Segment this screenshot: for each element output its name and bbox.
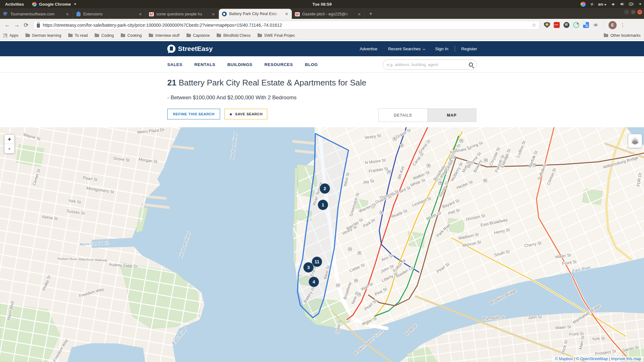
forward-button[interactable]: → <box>12 22 21 28</box>
folder-icon <box>149 34 153 37</box>
browser-tab[interactable]: MGazelle pitch - ego225@n✕ <box>292 9 365 19</box>
keyboard-layout[interactable]: en <box>598 2 607 7</box>
padlock-icon[interactable] <box>37 24 40 28</box>
apps-icon <box>3 34 7 37</box>
nav-link-sales[interactable]: SALES <box>167 62 182 67</box>
window-controls: – ▢ ✕ <box>624 10 642 14</box>
save-search-button[interactable]: ★ SAVE SEARCH <box>224 109 267 119</box>
tab-close-icon[interactable]: ✕ <box>284 12 289 16</box>
nav-link-buildings[interactable]: BUILDINGS <box>227 62 253 67</box>
battery-icon[interactable] <box>629 2 634 6</box>
tab-close-icon[interactable]: ✕ <box>65 12 70 17</box>
browser-toolbar: ← → ⟳ https://streeteasy.com/for-sale/ba… <box>0 19 644 31</box>
bookmark-item[interactable]: SWE Final Projec <box>254 33 298 38</box>
other-bookmarks[interactable]: Other bookmarks <box>600 33 644 38</box>
header-link-sign-in[interactable]: Sign In <box>435 47 448 51</box>
app-menu-label: Google Chrome <box>39 2 71 7</box>
header-link-advertise[interactable]: Advertise <box>360 47 377 51</box>
minimize-button[interactable]: – <box>624 10 629 14</box>
translate-extension-icon[interactable] <box>583 22 589 28</box>
bookmark-item[interactable]: Cooking <box>117 33 145 38</box>
map-toggle-button[interactable]: MAP <box>427 109 476 122</box>
attribution-link[interactable]: © Mapbox <box>555 357 573 361</box>
browser-tab[interactable]: Battery Park City Real Esta✕ <box>219 9 292 19</box>
address-bar[interactable]: https://streeteasy.com/for-sale/battery-… <box>33 21 540 30</box>
folder-icon <box>25 34 30 37</box>
map-pin-3[interactable]: 3 <box>303 262 314 273</box>
street-label: York St <box>591 336 605 342</box>
attribution-link[interactable]: © OpenStreetMap <box>576 357 608 361</box>
bookmark-item[interactable]: Coding <box>91 33 117 38</box>
nav-link-blog[interactable]: BLOG <box>305 62 318 67</box>
subway-station-icon <box>460 139 463 142</box>
header-link-register[interactable]: Register <box>461 47 477 51</box>
chrome-tray-icon[interactable] <box>580 2 586 7</box>
bookmark-item[interactable]: Capstone <box>183 33 214 38</box>
site-search-input[interactable] <box>387 62 469 67</box>
map-pin-1[interactable]: 1 <box>318 200 328 210</box>
os-clock[interactable]: Tue 08:59 <box>312 2 331 7</box>
wayback-extension-icon[interactable] <box>564 22 569 28</box>
lastpass-extension-icon[interactable] <box>554 22 560 28</box>
bookmark-item[interactable]: To read <box>65 33 92 38</box>
url-text[interactable]: https://streeteasy.com/for-sale/battery-… <box>43 23 529 28</box>
folder-icon <box>186 34 191 37</box>
bookmark-label: Blindfold Chess <box>223 33 251 38</box>
site-header: StreetEasy AdvertiseRecent SearchesSign … <box>0 41 644 56</box>
radar-extension-icon[interactable] <box>573 22 579 28</box>
back-button[interactable]: ← <box>3 22 12 28</box>
react-extension-icon[interactable] <box>593 22 599 28</box>
indicator-icon[interactable] <box>589 2 595 7</box>
maximize-button[interactable]: ▢ <box>631 10 636 14</box>
profile-avatar[interactable]: E <box>608 21 617 29</box>
page-subtitle: - Between $100,000 And $2,000,000 With 2… <box>167 95 477 101</box>
browser-tab[interactable]: Msome questions people ha✕ <box>146 9 219 19</box>
close-button[interactable]: ✕ <box>637 10 642 14</box>
bookmark-star-icon[interactable]: ☆ <box>532 22 536 28</box>
shield-extension-icon[interactable] <box>544 22 550 28</box>
zoom-out-button[interactable]: - <box>4 144 14 153</box>
bookmark-item[interactable]: Interview stuff <box>145 33 183 38</box>
details-toggle-button[interactable]: DETAILS <box>379 109 427 122</box>
map-canvas[interactable]: Metro Plaza DrWayne StGrove StMorgan StC… <box>0 127 644 362</box>
map-pin-4[interactable]: 4 <box>309 277 319 287</box>
tab-close-icon[interactable]: ✕ <box>211 12 216 17</box>
nav-link-rentals[interactable]: RENTALS <box>194 62 215 67</box>
tab-close-icon[interactable]: ✕ <box>138 12 143 17</box>
attribution-separator: | <box>608 357 611 361</box>
results-header: 21 Battery Park City Real Estate & Apart… <box>167 78 477 101</box>
tab-title: Tournamentsoftware.com <box>10 12 63 16</box>
streeteasy-logo[interactable]: StreetEasy <box>167 45 213 53</box>
app-menu[interactable]: Google Chrome <box>29 2 80 7</box>
bookmark-item[interactable]: Blindfold Chess <box>213 33 254 38</box>
attribution-link[interactable]: Improve this map <box>611 357 641 361</box>
refine-search-button[interactable]: REFINE THIS SEARCH <box>167 109 220 119</box>
map-pin-2[interactable]: 2 <box>320 184 330 194</box>
tab-title: some questions people ha <box>156 12 208 16</box>
bookmark-item[interactable]: Apps <box>0 33 22 38</box>
svg-text:2: 2 <box>324 186 326 191</box>
tray-chevron-icon[interactable] <box>639 3 641 5</box>
tab-close-icon[interactable]: ✕ <box>357 12 362 17</box>
reload-button[interactable]: ⟳ <box>21 22 31 29</box>
header-link-recent-searches[interactable]: Recent Searches <box>388 47 425 51</box>
site-search[interactable] <box>383 59 477 70</box>
page-title: 21 Battery Park City Real Estate & Apart… <box>167 78 477 88</box>
nav-link-resources[interactable]: RESOURCES <box>264 62 293 67</box>
browser-tab[interactable]: Tournamentsoftware.com✕ <box>0 9 73 19</box>
star-icon: ★ <box>229 112 233 117</box>
browser-tab[interactable]: Extensions✕ <box>73 9 146 19</box>
activities-button[interactable]: Activities <box>0 2 29 7</box>
bookmark-item[interactable]: German learning <box>22 33 65 38</box>
bookmark-label: Apps <box>9 33 19 38</box>
header-links: AdvertiseRecent SearchesSign InRegister <box>360 46 477 52</box>
wifi-icon[interactable] <box>611 2 616 6</box>
bookmark-label: Cooking <box>127 33 142 38</box>
browser-menu-icon[interactable]: ⋮ <box>620 24 625 26</box>
screen: Activities Google Chrome Tue 08:59 en To… <box>0 0 644 362</box>
new-tab-button[interactable]: + <box>366 10 375 18</box>
layers-control[interactable] <box>628 134 642 148</box>
zoom-in-button[interactable]: + <box>4 134 14 144</box>
search-icon[interactable] <box>469 63 473 67</box>
volume-icon[interactable] <box>620 2 625 6</box>
